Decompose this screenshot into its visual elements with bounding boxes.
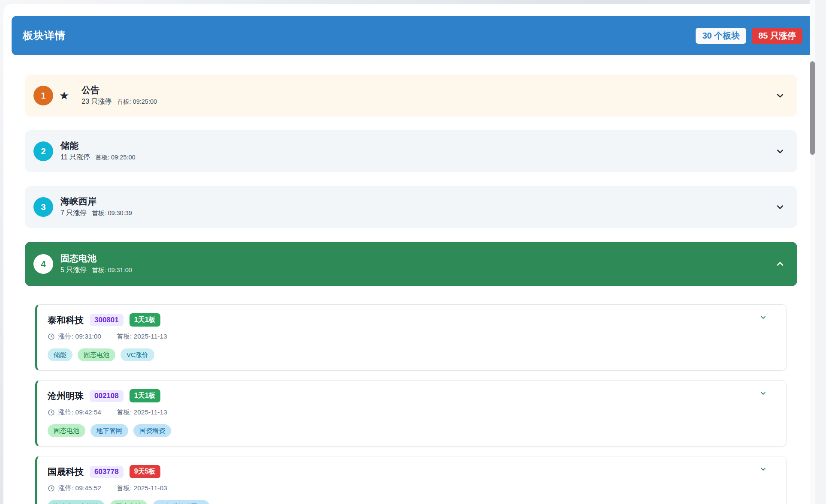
panel-header: 板块详情 30 个板块 85 只涨停 bbox=[12, 16, 814, 55]
concept-tag: 海上光伏大基地 bbox=[48, 500, 105, 504]
sector-text: 固态电池 5 只涨停 首板: 09:31:00 bbox=[60, 253, 132, 275]
first-board-date: 首板: 2025-11-13 bbox=[117, 332, 167, 341]
stock-list: 泰和科技 300801 1天1板 涨停: 09:31:00 首板: 2025-1… bbox=[35, 304, 787, 504]
stock-detail-row: 涨停: 09:45:52 首板: 2025-11-03 bbox=[48, 484, 776, 493]
first-board-time: 首板: 09:31:00 bbox=[92, 266, 132, 274]
limit-up-count: 23 只涨停 bbox=[81, 97, 112, 106]
chevron-down-icon[interactable] bbox=[760, 390, 766, 396]
stock-card-header: 国晟科技 603778 9天5板 bbox=[48, 465, 776, 478]
first-board-date: 首板: 2025-11-03 bbox=[117, 484, 167, 493]
chevron-down-icon[interactable] bbox=[776, 203, 784, 211]
limit-up-time: 涨停: 09:42:54 bbox=[58, 408, 101, 417]
first-board-date: 首板: 2025-11-13 bbox=[117, 408, 167, 417]
sector-row-gonggao[interactable]: 1 ★ 公告 23 只涨停 首板: 09:25:00 bbox=[25, 75, 797, 117]
sector-row-chuneng[interactable]: 2 储能 11 只涨停 首板: 09:25:00 bbox=[25, 130, 797, 172]
clock-icon bbox=[48, 333, 55, 340]
limit-up-count: 7 只涨停 bbox=[60, 209, 87, 218]
clock-icon bbox=[48, 409, 55, 416]
star-icon: ★ bbox=[59, 90, 69, 101]
concept-tag: 储能 bbox=[48, 348, 72, 361]
rank-badge: 4 bbox=[33, 254, 53, 274]
chevron-down-icon[interactable] bbox=[776, 147, 784, 156]
stock-detail-row: 涨停: 09:42:54 首板: 2025-11-13 bbox=[48, 408, 776, 417]
tag-list: 储能 固态电池 VC涨价 bbox=[48, 348, 776, 361]
sector-list: 1 ★ 公告 23 只涨停 首板: 09:25:00 2 储能 11 只涨停 首… bbox=[25, 75, 797, 286]
scrollbar-track[interactable] bbox=[810, 0, 815, 504]
concept-tag: 地下管网 bbox=[90, 424, 128, 437]
first-board-time: 首板: 09:30:39 bbox=[92, 209, 132, 217]
first-board-time: 首板: 09:25:00 bbox=[95, 153, 136, 162]
chevron-down-icon[interactable] bbox=[776, 91, 784, 100]
sector-subtitle: 5 只涨停 首板: 09:31:00 bbox=[60, 266, 132, 275]
sector-title: 海峡西岸 bbox=[60, 196, 132, 207]
stock-detail-row: 涨停: 09:31:00 首板: 2025-11-13 bbox=[48, 332, 776, 341]
sector-row-haixia[interactable]: 3 海峡西岸 7 只涨停 首板: 09:30:39 bbox=[25, 186, 797, 228]
sector-text: 公告 23 只涨停 首板: 09:25:00 bbox=[81, 85, 157, 106]
tag-list: 固态电池 地下管网 国资增资 bbox=[48, 424, 776, 437]
limit-up-count: 5 只涨停 bbox=[60, 266, 87, 275]
concept-tag: 国资增资 bbox=[133, 424, 171, 437]
sector-text: 海峡西岸 7 只涨停 首板: 09:30:39 bbox=[60, 196, 132, 218]
stock-name: 泰和科技 bbox=[48, 314, 84, 326]
chevron-up-icon[interactable] bbox=[776, 260, 784, 268]
sector-detail-panel: 板块详情 30 个板块 85 只涨停 1 ★ 公告 23 只涨停 首板: 09:… bbox=[3, 4, 826, 504]
concept-tag: 固态电池 bbox=[78, 348, 115, 361]
rank-badge: 3 bbox=[33, 197, 53, 217]
limit-up-count: 11 只涨停 bbox=[60, 153, 90, 162]
stock-name: 国晟科技 bbox=[48, 466, 84, 478]
rank-badge: 1 bbox=[33, 86, 53, 105]
limit-up-count-badge: 85 只涨停 bbox=[752, 28, 802, 44]
sector-subtitle: 7 只涨停 首板: 09:30:39 bbox=[60, 209, 132, 218]
sector-row-gutaidianchi[interactable]: 4 固态电池 5 只涨停 首板: 09:31:00 bbox=[25, 242, 797, 286]
stock-card-guosheng[interactable]: 国晟科技 603778 9天5板 涨停: 09:45:52 首板: 2025-1… bbox=[35, 456, 787, 504]
limit-up-time: 涨停: 09:45:52 bbox=[58, 484, 101, 493]
chevron-down-icon[interactable] bbox=[760, 314, 766, 321]
sector-title: 公告 bbox=[81, 85, 157, 95]
window-right-gutter bbox=[815, 0, 826, 504]
sector-title: 储能 bbox=[60, 141, 136, 151]
stock-card-header: 沧州明珠 002108 1天1板 bbox=[48, 389, 776, 402]
rank-badge: 2 bbox=[33, 141, 53, 161]
sector-text: 储能 11 只涨停 首板: 09:25:00 bbox=[60, 141, 136, 162]
sector-subtitle: 23 只涨停 首板: 09:25:00 bbox=[81, 97, 157, 106]
clock-icon bbox=[48, 485, 55, 492]
stock-card-header: 泰和科技 300801 1天1板 bbox=[48, 313, 776, 327]
limit-up-time: 涨停: 09:31:00 bbox=[58, 332, 101, 341]
stock-card-cangzhou[interactable]: 沧州明珠 002108 1天1板 涨停: 09:42:54 首板: 2025-1… bbox=[35, 380, 787, 447]
concept-tag: 绿色插件式工程 bbox=[153, 500, 210, 504]
sector-count-badge: 30 个板块 bbox=[696, 28, 746, 44]
concept-tag: 固态电池 bbox=[48, 424, 85, 437]
sector-title: 固态电池 bbox=[60, 253, 132, 264]
concept-tag: 固态电池 bbox=[110, 500, 148, 504]
header-badges: 30 个板块 85 只涨停 bbox=[696, 28, 802, 44]
chevron-down-icon[interactable] bbox=[760, 466, 766, 472]
first-board-time: 首板: 09:25:00 bbox=[117, 98, 157, 106]
streak-badge: 1天1板 bbox=[130, 313, 160, 327]
streak-badge: 1天1板 bbox=[130, 389, 160, 402]
stock-card-taihe[interactable]: 泰和科技 300801 1天1板 涨停: 09:31:00 首板: 2025-1… bbox=[35, 304, 787, 371]
streak-badge: 9天5板 bbox=[130, 465, 160, 478]
stock-code-badge: 603778 bbox=[90, 466, 124, 478]
stock-name: 沧州明珠 bbox=[48, 390, 84, 402]
page-title: 板块详情 bbox=[23, 29, 66, 42]
stock-code-badge: 300801 bbox=[90, 314, 124, 326]
tag-list: 海上光伏大基地 固态电池 绿色插件式工程 bbox=[48, 500, 776, 504]
scrollbar-thumb[interactable] bbox=[810, 61, 815, 155]
sector-subtitle: 11 只涨停 首板: 09:25:00 bbox=[60, 153, 136, 162]
stock-code-badge: 002108 bbox=[90, 390, 124, 402]
concept-tag: VC涨价 bbox=[121, 348, 154, 361]
